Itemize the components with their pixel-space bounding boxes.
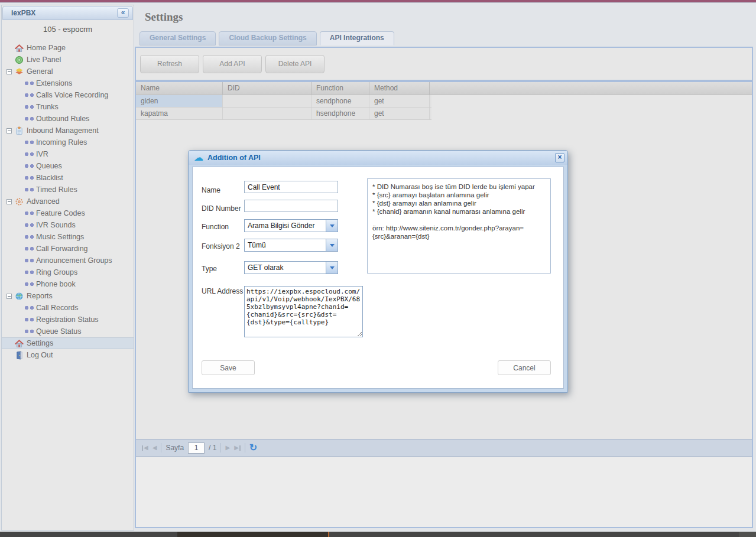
table-cell[interactable]: hsendphone <box>312 108 369 119</box>
layers-icon <box>15 67 25 76</box>
app-title: iexPBX <box>11 9 35 17</box>
sidebar-item-queues[interactable]: Queues <box>2 160 134 172</box>
dots-icon <box>24 211 34 216</box>
page-input[interactable] <box>188 442 205 454</box>
tab-api-integrations[interactable]: API Integrations <box>320 31 394 45</box>
table-row[interactable]: kapatma hsendphone get <box>136 108 431 120</box>
dots-icon <box>24 317 34 322</box>
delete-api-button[interactable]: Delete API <box>265 55 325 73</box>
sidebar-item-ring-groups[interactable]: Ring Groups <box>2 266 134 278</box>
dots-icon <box>24 116 34 121</box>
table-cell[interactable]: giden <box>136 95 223 107</box>
sidebar-item-feature-codes[interactable]: Feature Codes <box>2 207 134 219</box>
add-api-button[interactable]: Add API <box>203 55 262 73</box>
collapse-toggle-icon[interactable] <box>7 199 15 204</box>
sidebar-item-outbound-rules[interactable]: Outbound Rules <box>2 113 134 125</box>
last-page-icon[interactable]: ▶ <box>234 445 241 451</box>
extension-label: 105 - espocrm <box>2 21 134 38</box>
sidebar-item-live-panel[interactable]: Live Panel <box>2 54 134 66</box>
compass-icon <box>15 197 25 206</box>
dots-icon <box>24 164 34 168</box>
column-header-did[interactable]: DID <box>223 82 312 95</box>
next-page-icon[interactable]: ▶ <box>225 445 230 451</box>
addition-of-api-dialog: ☁ Addition of API × Name DID Number Func… <box>188 150 568 393</box>
sidebar-item-general[interactable]: General <box>2 66 134 77</box>
pagination-bar: ◀ ◀ Sayfa / 1 ▶ ▶ ↻ <box>136 439 752 457</box>
refresh-icon[interactable]: ↻ <box>249 443 257 453</box>
toolbar: Refresh Add API Delete API <box>136 48 752 82</box>
name-field[interactable] <box>244 181 338 193</box>
dots-icon <box>24 140 34 145</box>
dots-icon <box>24 329 34 334</box>
sidebar-item-ivr[interactable]: IVR <box>2 148 134 160</box>
table-cell[interactable]: sendphone <box>312 95 369 107</box>
sidebar-item-timed-rules[interactable]: Timed Rules <box>2 184 134 196</box>
fonksiyon-2-select[interactable]: Tümü <box>244 239 338 252</box>
divider <box>245 443 245 453</box>
table-cell[interactable]: get <box>369 108 430 119</box>
function-label: Function <box>202 223 229 231</box>
table-cell[interactable]: kapatma <box>136 108 223 119</box>
first-page-icon[interactable]: ◀ <box>142 445 148 451</box>
sidebar-item-home-page[interactable]: Home Page <box>2 42 134 54</box>
sidebar-item-advanced[interactable]: Advanced <box>2 196 134 207</box>
page-total: / 1 <box>209 444 216 452</box>
sidebar-item-music-settings[interactable]: Music Settings <box>2 231 134 243</box>
divider <box>220 443 221 453</box>
sidebar-item-incoming-rules[interactable]: Incoming Rules <box>2 136 134 148</box>
sidebar-item-call-forwarding[interactable]: Call Forwarding <box>2 243 134 255</box>
dialog-header[interactable]: ☁ Addition of API × <box>189 151 567 165</box>
sidebar-item-queue-status[interactable]: Queue Status <box>2 326 134 337</box>
sidebar-header: iexPBX « <box>2 6 133 20</box>
sidebar-item-phone-book[interactable]: Phone book <box>2 278 134 290</box>
save-button[interactable]: Save <box>202 360 255 375</box>
tab-general-settings[interactable]: General Settings <box>139 31 216 45</box>
collapse-toggle-icon[interactable] <box>7 294 15 299</box>
tab-bar: General Settings Cloud Backup Settings A… <box>135 31 755 45</box>
divider <box>161 443 161 453</box>
sidebar-item-registration-status[interactable]: Registration Status <box>2 314 134 326</box>
sidebar-item-call-records[interactable]: Call Records <box>2 302 134 314</box>
sidebar-item-log-out[interactable]: Log Out <box>2 349 134 361</box>
sidebar-item-ivr-sounds[interactable]: IVR Sounds <box>2 219 134 231</box>
dots-icon <box>24 223 34 227</box>
cancel-button[interactable]: Cancel <box>498 360 551 375</box>
dots-icon <box>24 282 34 287</box>
table-row[interactable]: giden sendphone get <box>136 95 431 108</box>
dialog-body: Name DID Number Function Arama Bilgisi G… <box>192 167 564 389</box>
column-header-method[interactable]: Method <box>369 82 430 95</box>
tab-cloud-backup-settings[interactable]: Cloud Backup Settings <box>219 31 316 45</box>
api-help-text: * DID Numarası boş ise tüm DID lerde bu … <box>367 178 551 274</box>
sidebar-item-trunks[interactable]: Trunks <box>2 101 134 113</box>
taskbar <box>0 532 756 537</box>
type-select[interactable]: GET olarak <box>244 261 338 274</box>
app-window: iexPBX « 105 - espocrm Home Page Live Pa… <box>0 4 756 532</box>
chevron-down-icon <box>326 262 338 274</box>
column-header-filler <box>430 82 752 95</box>
sidebar-item-announcement-groups[interactable]: Announcement Groups <box>2 255 134 266</box>
dots-icon <box>24 235 34 239</box>
cloud-icon: ☁ <box>194 153 203 162</box>
sidebar-item-extensions[interactable]: Extensions <box>2 77 134 89</box>
function-select[interactable]: Arama Bilgisi Gönder <box>244 219 338 232</box>
table-cell[interactable] <box>223 95 312 107</box>
sidebar-item-reports[interactable]: Reports <box>2 290 134 302</box>
table-cell[interactable]: get <box>369 95 430 107</box>
dots-icon <box>24 152 34 157</box>
sidebar-item-settings[interactable]: Settings <box>2 337 134 349</box>
prev-page-icon[interactable]: ◀ <box>153 445 157 451</box>
sidebar-item-calls-voice-recording[interactable]: Calls Voice Recording <box>2 89 134 101</box>
column-header-name[interactable]: Name <box>136 82 223 95</box>
close-icon[interactable]: × <box>555 153 564 162</box>
did-number-field[interactable] <box>244 200 338 212</box>
table-cell[interactable] <box>223 108 312 119</box>
collapse-toggle-icon[interactable] <box>7 69 15 74</box>
sidebar-item-blacklist[interactable]: Blacklist <box>2 172 134 184</box>
dots-icon <box>24 258 34 263</box>
column-header-function[interactable]: Function <box>312 82 369 95</box>
sidebar-collapse-button[interactable]: « <box>117 8 129 18</box>
refresh-button[interactable]: Refresh <box>140 55 199 73</box>
url-address-field[interactable]: https://iexpbx.espocloud.com/api/v1/Voip… <box>244 286 363 337</box>
sidebar-item-inbound-management[interactable]: Inbound Management <box>2 125 134 136</box>
collapse-toggle-icon[interactable] <box>7 128 15 134</box>
